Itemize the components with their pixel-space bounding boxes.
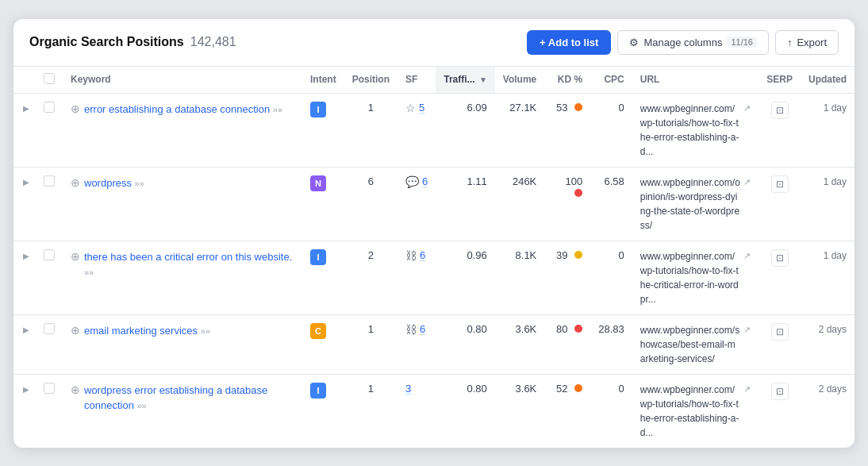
columns-badge: 11/16 [727,37,757,48]
table-row: ▶ ⊕ there has been a critical error on t… [13,241,855,314]
manage-columns-button[interactable]: ⚙ Manage columns 11/16 [617,30,769,55]
external-link-icon: ↗ [743,177,751,187]
kd-dot [574,325,582,333]
sf-cell: ☆ 5 [398,93,436,167]
url-link[interactable]: www.wpbeginner.com/showcase/best-email-m… [640,323,751,366]
row-checkbox[interactable] [44,323,55,334]
traffic-cell: 0.80 [436,374,495,448]
cpc-cell: 0 [590,93,632,167]
col-intent-header[interactable]: Intent [302,67,344,94]
sf-value[interactable]: 6 [420,323,425,335]
intent-badge: I [310,383,326,399]
col-url-header[interactable]: URL [632,67,759,94]
sf-icon: ⛓ [405,323,417,336]
serp-button[interactable]: ⊡ [771,383,789,400]
row-checkbox[interactable] [44,102,55,113]
url-cell: www.wpbeginner.com/wp-tutorials/how-to-f… [632,241,759,314]
updated-cell: 2 days [801,374,855,448]
updated-text: 1 day [824,250,847,261]
expand-button[interactable]: ▶ [21,102,31,114]
col-updated-header[interactable]: Updated [801,67,855,94]
export-button[interactable]: ↑ Export [775,30,839,55]
col-position-header[interactable]: Position [344,67,398,94]
serp-button[interactable]: ⊡ [771,249,789,267]
keyword-link[interactable]: ⊕ wordpress error establishing a databas… [71,383,294,414]
page-header: Organic Search Positions 142,481 + Add t… [13,19,855,67]
expand-button[interactable]: ▶ [21,383,31,395]
sf-value[interactable]: 5 [419,102,424,114]
header-left: Organic Search Positions 142,481 [29,35,236,49]
kd-cell: 100 [544,167,590,241]
updated-cell: 2 days [801,314,855,374]
keyword-cell: ⊕ error establishing a database connecti… [63,93,302,167]
row-checkbox[interactable] [44,383,55,394]
serp-button[interactable]: ⊡ [771,175,789,193]
url-text: www.wpbeginner.com/showcase/best-email-m… [640,323,741,366]
row-checkbox[interactable] [44,249,55,260]
updated-cell: 1 day [801,93,855,167]
sf-value[interactable]: 3 [405,383,411,395]
check-cell [36,167,63,241]
expand-cell: ▶ [13,374,36,448]
updated-text: 1 day [824,102,847,114]
col-keyword-header[interactable]: Keyword [63,67,302,94]
check-cell [36,93,63,167]
col-cpc-header[interactable]: CPC [590,67,632,94]
serp-cell: ⊡ [759,314,801,374]
row-checkbox[interactable] [44,175,55,187]
expand-button[interactable]: ▶ [21,324,31,336]
intent-cell: I [302,241,344,314]
position-cell: 1 [344,314,398,374]
col-traffic-header[interactable]: Traffi... ▼ [436,67,495,94]
col-volume-header[interactable]: Volume [495,67,544,94]
export-icon: ↑ [787,37,793,48]
keyword-text: wordpress error establishing a database … [84,383,294,414]
url-link[interactable]: www.wpbeginner.com/wp-tutorials/how-to-f… [640,102,751,159]
url-link[interactable]: www.wpbeginner.com/wp-tutorials/how-to-f… [640,383,751,440]
kd-cell: 39 [544,241,590,314]
keyword-link[interactable]: ⊕ email marketing services »» [71,323,294,339]
col-kd-header[interactable]: KD % [544,67,590,94]
url-link[interactable]: www.wpbeginner.com/wp-tutorials/how-to-f… [640,249,751,306]
col-serp-header[interactable]: SERP [759,67,801,94]
keyword-cell: ⊕ there has been a critical error on thi… [63,241,302,314]
cpc-cell: 0 [590,374,632,448]
serp-button[interactable]: ⊡ [771,102,789,119]
expand-cell: ▶ [13,314,36,374]
sf-icon: 💬 [405,175,419,188]
col-sf-header[interactable]: SF [398,67,436,94]
chevrons-icon: »» [84,268,94,277]
sf-icon: ☆ [405,102,416,114]
expand-button[interactable]: ▶ [21,250,31,262]
sf-cell: ⛓ 6 [398,241,436,314]
chevrons-icon: »» [135,179,144,188]
keyword-text: wordpress »» [84,175,144,191]
expand-button[interactable]: ▶ [21,176,31,188]
updated-text: 2 days [819,383,847,395]
url-text: www.wpbeginner.com/wp-tutorials/how-to-f… [640,249,741,306]
traffic-cell: 1.11 [436,167,495,241]
url-text: www.wpbeginner.com/wp-tutorials/how-to-f… [640,102,741,159]
keyword-link[interactable]: ⊕ there has been a critical error on thi… [71,249,294,280]
kd-dot [574,189,582,197]
keyword-text: there has been a critical error on this … [84,249,294,280]
select-all-checkbox[interactable] [44,73,55,84]
add-to-list-button[interactable]: + Add to list [527,30,611,55]
sf-value[interactable]: 6 [420,249,425,261]
keyword-link[interactable]: ⊕ error establishing a database connecti… [71,102,294,117]
col-check [36,67,63,94]
url-link[interactable]: www.wpbeginner.com/opinion/is-wordpress-… [640,175,751,233]
manage-columns-label: Manage columns [643,37,722,48]
position-cell: 6 [344,167,398,241]
external-link-icon: ↗ [743,325,751,335]
kd-dot [574,103,582,111]
keyword-link[interactable]: ⊕ wordpress »» [71,175,294,191]
page-title: Organic Search Positions [29,35,184,49]
table-row: ▶ ⊕ email marketing services »» C 1 ⛓ 6 … [13,314,855,374]
volume-cell: 27.1K [495,93,544,167]
add-keyword-icon: ⊕ [71,176,80,189]
sf-value[interactable]: 6 [422,175,428,187]
serp-button[interactable]: ⊡ [771,323,789,341]
volume-cell: 8.1K [495,241,544,314]
intent-badge: I [310,102,326,117]
